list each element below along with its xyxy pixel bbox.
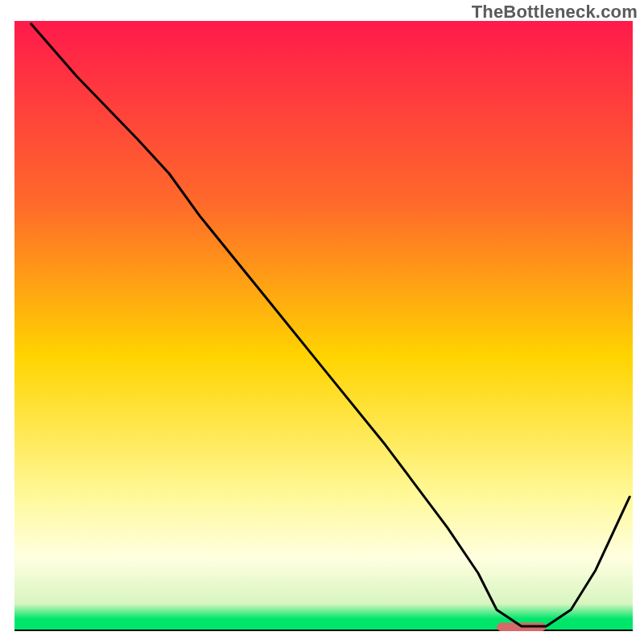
chart-plot-area — [0, 0, 644, 644]
bottleneck-chart: TheBottleneck.com — [0, 0, 644, 644]
gradient-background — [14, 21, 633, 631]
watermark-text: TheBottleneck.com — [472, 2, 638, 23]
